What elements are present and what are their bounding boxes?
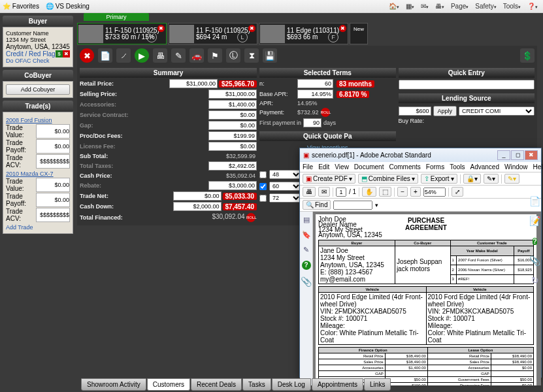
zoom-out-icon[interactable]: − [397, 187, 408, 197]
sig-icon[interactable]: ✎ [303, 246, 309, 254]
ofac-link[interactable]: Do OFAC Check [6, 57, 70, 64]
attach-icon[interactable]: 📎 [529, 255, 540, 266]
flag-icon[interactable]: ⚑ [208, 48, 222, 63]
close-deal-icon[interactable]: ✖ [80, 48, 94, 63]
find-input[interactable] [333, 201, 372, 210]
doc-icon[interactable]: 📄 [529, 196, 540, 206]
menu-edit[interactable]: Edit [318, 163, 329, 171]
term-select[interactable]: 48 [269, 170, 302, 179]
find-button[interactable]: 🔍 Find [303, 200, 331, 210]
menu-tools[interactable]: Tools [450, 163, 465, 171]
trade-link[interactable]: 2008 Ford Fusion [6, 117, 70, 123]
license-input[interactable] [208, 142, 257, 151]
close-icon[interactable]: ✖ [339, 25, 346, 32]
maximize-button[interactable]: ◻ [511, 150, 524, 160]
trade-value-input[interactable] [36, 178, 70, 192]
save-icon[interactable]: 💾 [263, 48, 277, 63]
forward-icon[interactable]: ▶ [135, 48, 149, 63]
fit-icon[interactable]: ⤢ [452, 187, 463, 197]
vehicle-tab[interactable]: 11 F-150 (110925)$694 24 m L ✖ [168, 23, 257, 44]
money-icon[interactable]: 💲 [520, 48, 535, 63]
term-check[interactable] [259, 195, 267, 202]
create-pdf-button[interactable]: ▣Create PDF▾ [303, 174, 355, 184]
help-icon[interactable]: ❓▾ [525, 3, 540, 10]
sign-icon[interactable]: ✎▾ [484, 174, 499, 184]
help-icon[interactable]: ? [302, 261, 311, 270]
new-vehicle-button[interactable]: New [350, 23, 368, 44]
baseapr-input[interactable] [297, 90, 333, 99]
rebate-input[interactable] [208, 181, 257, 190]
road-icon[interactable]: ⟋ [116, 48, 131, 63]
trade-payoff-input[interactable] [36, 139, 70, 154]
term-check[interactable] [259, 183, 267, 190]
menu-file[interactable]: File [303, 163, 313, 171]
note-icon[interactable]: 📝 [529, 216, 540, 226]
service-input[interactable] [208, 110, 257, 120]
ofac-badge[interactable]: $ [56, 50, 63, 57]
hand-icon[interactable]: ✋ [362, 187, 376, 197]
term-select[interactable]: 60 [269, 182, 302, 191]
roll-icon[interactable]: ROLL [246, 213, 255, 222]
sign-icon[interactable]: ✎ [171, 48, 186, 63]
tab-links[interactable]: Links [364, 378, 391, 391]
tools-menu[interactable]: Tools▾ [501, 3, 523, 10]
menu-window[interactable]: Window [504, 163, 528, 171]
proc-input[interactable] [208, 131, 257, 140]
close-button[interactable]: ✖ [525, 150, 538, 160]
attachment-icon[interactable]: 📎 [301, 276, 312, 287]
favorites-btn[interactable]: ⭐ Favorites [3, 3, 39, 10]
term-select[interactable]: 72 [269, 193, 302, 203]
tradenet-input[interactable] [173, 191, 222, 201]
page-menu[interactable]: Page▾ [448, 3, 471, 10]
home-icon[interactable]: 🏠▾ [386, 3, 402, 10]
quick-input[interactable] [399, 80, 535, 90]
add-cobuyer-button[interactable]: Add Cobuyer [6, 84, 70, 95]
map-icon[interactable]: Ⓛ [226, 48, 240, 63]
refresh-icon[interactable]: ↻ [531, 275, 539, 286]
tab-appts[interactable]: Appointments [312, 378, 363, 391]
print-icon[interactable]: 🖶 [153, 48, 167, 63]
menu-document[interactable]: Document [354, 163, 384, 171]
vehicle-tab[interactable]: 11 F-150 (110925)$733 60 m / 15% P ✖ [77, 23, 167, 44]
pages-icon[interactable]: ▤ [303, 216, 310, 224]
tab-showroom[interactable]: Showroom Activity [81, 378, 146, 391]
safety-menu[interactable]: Safety▾ [472, 3, 499, 10]
menu-forms[interactable]: Forms [426, 163, 444, 171]
trade-value-input[interactable] [36, 124, 70, 139]
accessories-input[interactable] [208, 100, 257, 109]
zoom-in-icon[interactable]: + [410, 187, 421, 197]
tax-input[interactable] [208, 161, 257, 171]
print-icon[interactable]: 🖶 [303, 187, 316, 197]
selling-input[interactable] [208, 90, 257, 99]
menu-advanced[interactable]: Advanced [470, 163, 499, 171]
deal-icon[interactable]: 📄 [98, 48, 112, 63]
close-icon[interactable]: ✖ [157, 25, 165, 32]
comment-icon[interactable]: ✎▾ [504, 174, 519, 184]
acrobat-titlebar[interactable]: ▣ scenerio.pdf[1] - Adobe Acrobat Standa… [300, 148, 541, 162]
retail-input[interactable] [169, 79, 218, 88]
tab-recent[interactable]: Recent Deals [191, 378, 242, 391]
car-icon[interactable]: 🚗 [189, 48, 204, 63]
tab-desklog[interactable]: Desk Log [272, 378, 311, 391]
menu-view[interactable]: View [335, 163, 349, 171]
term-input[interactable] [297, 79, 333, 88]
feed-icon[interactable]: ▦▾ [403, 3, 417, 10]
email-icon[interactable]: ✉ [318, 187, 330, 197]
select-icon[interactable]: ⬚ [379, 187, 391, 197]
bookmarks-icon[interactable]: 🔖 [302, 231, 311, 239]
gap-input[interactable] [208, 121, 257, 130]
trade-acv-input[interactable] [36, 208, 70, 222]
hourglass-icon[interactable]: ⧗ [244, 48, 259, 63]
term-check[interactable] [259, 171, 267, 178]
print-icon[interactable]: 🖶▾ [433, 3, 447, 10]
menu-help[interactable]: Help [533, 163, 543, 171]
apply-button[interactable]: Apply [433, 106, 457, 116]
page-input[interactable] [336, 188, 346, 197]
credit-badge[interactable]: ✖ [63, 50, 70, 57]
firstpay-input[interactable] [303, 118, 321, 127]
zoom-input[interactable] [423, 188, 446, 197]
trade-payoff-input[interactable] [36, 193, 70, 207]
export-button[interactable]: ⇪Export▾ [421, 174, 457, 184]
combine-button[interactable]: ⬒Combine Files▾ [358, 174, 418, 184]
browser-tab[interactable]: 🌐 VS Desking [46, 3, 90, 10]
